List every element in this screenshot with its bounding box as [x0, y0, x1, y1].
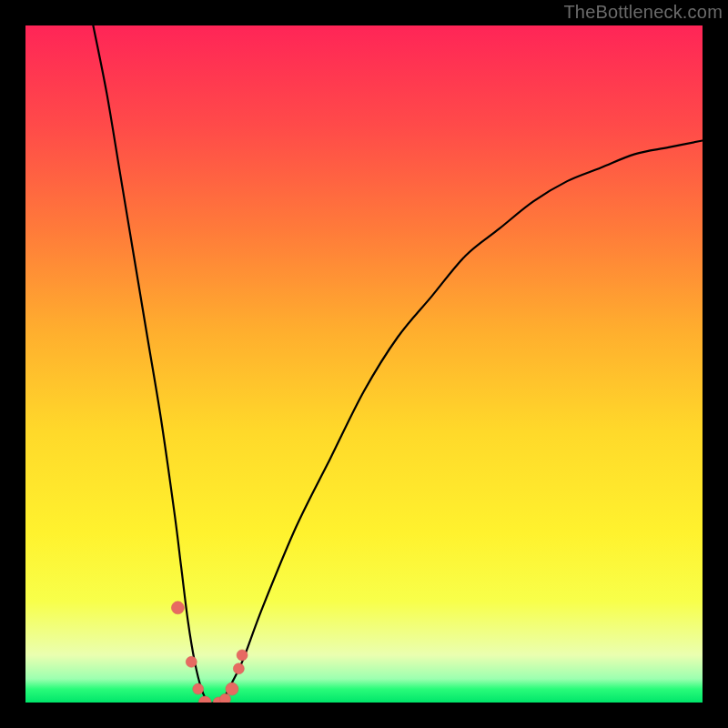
plot-area: [25, 25, 703, 703]
curve-markers: [171, 602, 248, 703]
curve-marker: [219, 693, 230, 703]
curve-marker: [226, 682, 238, 695]
curve-marker: [186, 656, 197, 667]
chart-frame: [25, 25, 703, 703]
curve-marker: [198, 696, 211, 703]
curve-marker: [171, 602, 184, 614]
curve-marker: [233, 663, 244, 674]
watermark-text: TheBottleneck.com: [563, 2, 723, 23]
bottleneck-curve-path: [93, 25, 703, 703]
curve-marker: [237, 650, 248, 661]
bottleneck-curve-svg: [25, 25, 703, 703]
curve-marker: [193, 683, 204, 694]
